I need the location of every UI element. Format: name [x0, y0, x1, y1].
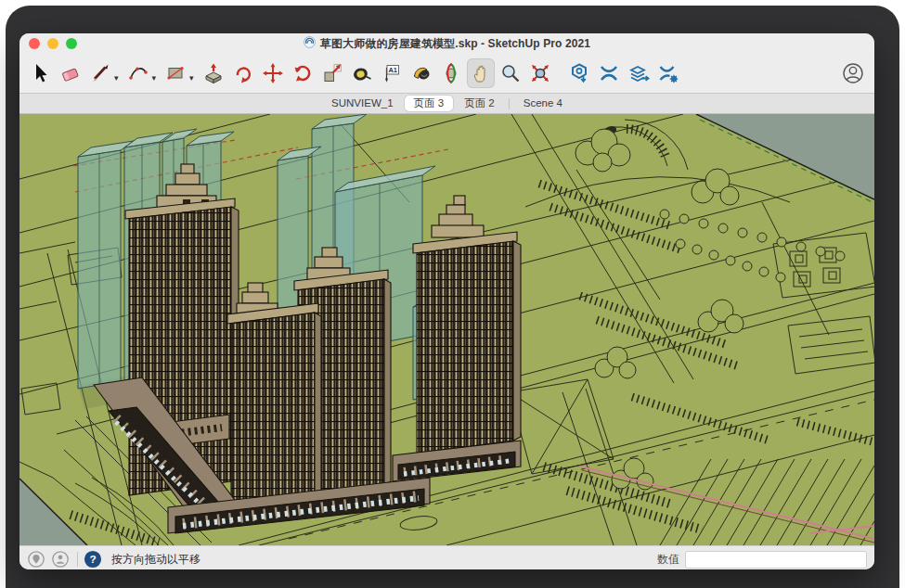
extension-shield-icon — [568, 62, 590, 84]
tape-measure-tool-button[interactable] — [348, 58, 376, 88]
window-title: 草图大师做的房屋建筑模型.skp - SketchUp Pro 2021 — [19, 36, 874, 52]
zoom-extents-icon — [529, 62, 551, 84]
scale-tool-button[interactable] — [318, 58, 346, 88]
extension-swap-button[interactable] — [595, 58, 623, 88]
paint-bucket-tool-button[interactable] — [407, 58, 435, 88]
zoom-tool-button[interactable] — [497, 58, 524, 88]
sketchup-window: 草图大师做的房屋建筑模型.skp - SketchUp Pro 2021 ▾ ▾… — [19, 33, 874, 569]
line-tool-dropdown[interactable]: ▾ — [114, 73, 119, 83]
measurement-label: 数值 — [657, 552, 679, 568]
credit-attribution-button[interactable] — [51, 550, 70, 569]
rectangle-tool-button[interactable] — [162, 58, 189, 88]
text-label-icon: A1 — [381, 62, 403, 84]
extension-settings-icon — [657, 62, 679, 84]
orbit-icon — [440, 62, 462, 84]
orbit-tool-button[interactable] — [437, 58, 465, 88]
tab-divider — [509, 98, 510, 109]
pan-tool-button[interactable] — [467, 58, 495, 88]
zoom-magnifier-icon — [499, 62, 522, 84]
arc-tool-button[interactable] — [124, 58, 152, 88]
select-arrow-icon — [30, 62, 52, 84]
arc-icon — [127, 62, 149, 84]
select-tool-button[interactable] — [27, 58, 55, 88]
extension-layers-icon — [627, 62, 650, 84]
text-tool-button[interactable]: A1 — [378, 58, 406, 88]
tape-measure-icon — [351, 62, 373, 84]
tab-page-2[interactable]: 页面 2 — [455, 96, 504, 111]
geolocation-pin-icon — [27, 550, 45, 569]
account-button[interactable] — [839, 58, 867, 88]
status-hint: 按方向拖动以平移 — [111, 552, 200, 568]
offset-icon — [232, 62, 254, 84]
rectangle-icon — [164, 62, 187, 84]
rectangle-tool-dropdown[interactable]: ▾ — [189, 73, 194, 83]
pan-hand-icon — [470, 62, 492, 84]
push-pull-icon — [202, 62, 225, 84]
main-toolbar: ▾ ▾ ▾ A1 — [19, 54, 874, 94]
extension-shield-button[interactable] — [565, 58, 593, 88]
model-viewport[interactable] — [19, 114, 874, 545]
person-credit-icon — [51, 550, 70, 569]
tab-scene-4[interactable]: Scene 4 — [514, 96, 572, 111]
line-tool-button[interactable] — [86, 58, 114, 88]
zoom-extents-button[interactable] — [526, 58, 554, 88]
status-bar: ? 按方向拖动以平移 数值 — [19, 545, 874, 569]
pencil-icon — [89, 62, 111, 84]
account-avatar-icon — [841, 61, 865, 85]
geolocation-button[interactable] — [27, 550, 45, 569]
rotate-icon — [291, 62, 314, 84]
tower-2 — [227, 283, 321, 523]
sketchup-doc-icon — [304, 36, 316, 51]
tab-sunview-1[interactable]: SUNVIEW_1 — [322, 96, 402, 111]
arc-tool-dropdown[interactable]: ▾ — [152, 73, 157, 83]
extension-swap-icon — [598, 62, 620, 84]
eraser-icon — [59, 62, 82, 84]
rotate-tool-button[interactable] — [289, 58, 317, 88]
help-glyph: ? — [89, 553, 96, 566]
measurement-input[interactable] — [685, 551, 867, 569]
help-button[interactable]: ? — [84, 550, 102, 569]
model-scene — [19, 114, 874, 545]
scene-tabs-bar: SUNVIEW_1 页面 3 页面 2 Scene 4 — [19, 94, 874, 114]
extension-layers-button[interactable] — [625, 58, 653, 88]
tab-page-3[interactable]: 页面 3 — [405, 96, 454, 111]
eraser-tool-button[interactable] — [57, 58, 84, 88]
paint-bucket-icon — [410, 62, 433, 84]
scale-icon — [321, 62, 343, 84]
statusbar-divider — [77, 552, 78, 567]
title-bar: 草图大师做的房屋建筑模型.skp - SketchUp Pro 2021 — [19, 33, 874, 54]
move-tool-button[interactable] — [259, 58, 287, 88]
push-pull-tool-button[interactable] — [200, 58, 227, 88]
move-icon — [262, 62, 284, 84]
extension-settings-button[interactable] — [654, 58, 682, 88]
window-title-text: 草图大师做的房屋建筑模型.skp - SketchUp Pro 2021 — [320, 36, 590, 52]
text-tool-glyph: A1 — [388, 66, 397, 74]
offset-tool-button[interactable] — [229, 58, 257, 88]
